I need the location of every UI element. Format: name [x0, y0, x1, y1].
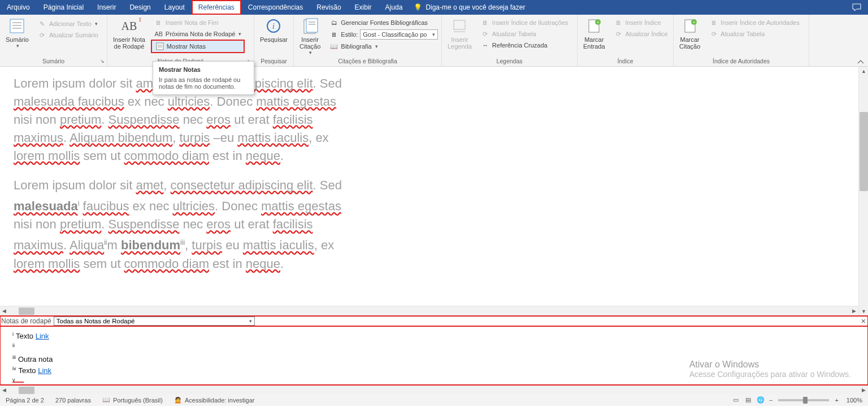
- scroll-right-arrow-icon[interactable]: ▶: [860, 386, 868, 395]
- citation-style-combo[interactable]: Gost - Classificação po ▾: [360, 29, 438, 40]
- cross-reference-icon: ↔: [481, 41, 490, 50]
- scroll-left-arrow-icon[interactable]: ◀: [0, 307, 8, 315]
- view-web-layout-button[interactable]: 🌐: [754, 395, 767, 405]
- update-toc-button[interactable]: ⟳ Atualizar Sumário: [34, 29, 102, 41]
- vertical-scroll-thumb[interactable]: [860, 112, 868, 191]
- update-figures-table-button[interactable]: ⟳ Atualizar Tabela: [478, 28, 572, 40]
- update-index-label: Atualizar Índice: [626, 31, 668, 37]
- document-body[interactable]: Lorem ipsum dolor sit amet, consectetur …: [0, 67, 362, 292]
- style-icon: 🗎: [329, 30, 338, 39]
- tab-layout[interactable]: Layout: [158, 0, 192, 15]
- zoom-level[interactable]: 100%: [841, 394, 868, 406]
- insert-authorities-index-button[interactable]: 🗎 Inserir Índice de Autoridades: [706, 17, 802, 28]
- insert-caption-button[interactable]: Inserir Legenda: [444, 17, 475, 50]
- bibliography-button[interactable]: 📖 Bibliografia ▾: [326, 41, 441, 52]
- footnotes-scroll-thumb[interactable]: [19, 387, 34, 394]
- status-accessibility[interactable]: 🙍 Acessibilidade: investigar: [168, 394, 261, 406]
- footnote-line-1: iTexto Link: [12, 330, 856, 341]
- scroll-up-arrow-icon[interactable]: ▲: [860, 67, 868, 75]
- svg-rect-4: [157, 43, 163, 50]
- tab-arquivo[interactable]: Arquivo: [0, 0, 37, 15]
- insert-citation-label: Inserir Citação: [300, 36, 320, 50]
- show-notes-button[interactable]: Mostrar Notas: [151, 40, 245, 53]
- footnote-ab-icon: AB1: [120, 17, 138, 35]
- footnote-line-4: ivTexto Link: [12, 364, 856, 375]
- scroll-down-arrow-icon[interactable]: ▼: [860, 307, 868, 315]
- insert-index-label: Inserir Índice: [626, 19, 661, 26]
- insert-endnote-button[interactable]: 🗎 Inserir Nota de Fim: [151, 17, 245, 28]
- collapse-ribbon-button[interactable]: [857, 59, 865, 65]
- refresh-icon: ⟳: [38, 31, 47, 40]
- manage-sources-icon: 🗂: [329, 18, 338, 27]
- footnotes-filter-combo[interactable]: Todas as Notas de Rodapé ▾: [54, 317, 255, 326]
- tab-referencias[interactable]: Referências: [192, 0, 241, 15]
- comments-icon[interactable]: [845, 3, 868, 11]
- mark-entry-button[interactable]: + Marcar Entrada: [580, 17, 609, 50]
- chevron-down-icon: ▾: [309, 50, 312, 55]
- tab-exibir[interactable]: Exibir: [348, 0, 379, 15]
- show-notes-tooltip: Mostrar Notas Ir para as notas de rodapé…: [153, 61, 254, 95]
- insert-index-button[interactable]: 🗎 Inserir Índice: [611, 17, 671, 28]
- tab-design[interactable]: Design: [123, 0, 157, 15]
- authorities-icon: 🗎: [709, 18, 718, 27]
- group-label-autoridades: Índice de Autoridades: [674, 57, 809, 66]
- refresh-icon: ⟳: [481, 29, 490, 38]
- dialog-launcher-icon[interactable]: ↘: [100, 57, 105, 65]
- svg-text:+: +: [692, 20, 695, 25]
- refresh-icon: ⟳: [614, 29, 623, 38]
- mark-citation-button[interactable]: + Marcar Citação: [676, 17, 704, 50]
- paragraph-2: Lorem ipsum dolor sit amet, consectetur …: [14, 176, 348, 273]
- cross-reference-button[interactable]: ↔ Referência Cruzada: [478, 40, 572, 51]
- zoom-in-button[interactable]: +: [832, 394, 840, 406]
- close-footnotes-pane-button[interactable]: ×: [861, 317, 866, 326]
- update-index-button[interactable]: ⟳ Atualizar Índice: [611, 28, 671, 40]
- table-of-contents-button[interactable]: Sumário ▾: [2, 17, 32, 49]
- footnotes-pane-header: Notas de rodapé Todas as Notas de Rodapé…: [0, 316, 868, 326]
- horizontal-scrollbar[interactable]: ◀ ▶: [0, 306, 858, 315]
- tab-revisao[interactable]: Revisão: [310, 0, 348, 15]
- status-language[interactable]: 📖 Português (Brasil): [97, 394, 168, 406]
- footnotes-horizontal-scrollbar[interactable]: ◀ ▶: [0, 385, 868, 395]
- style-label: Estilo:: [341, 31, 358, 38]
- zoom-slider-knob[interactable]: [803, 397, 808, 404]
- zoom-slider[interactable]: [778, 399, 829, 401]
- group-label-legendas: Legendas: [442, 57, 577, 66]
- view-read-mode-button[interactable]: ▭: [730, 395, 742, 405]
- footnote-link-4[interactable]: Link: [38, 366, 51, 375]
- tab-correspondencias[interactable]: Correspondências: [241, 0, 310, 15]
- tell-me-search[interactable]: 💡 Diga-me o que você deseja fazer: [414, 3, 525, 11]
- figures-index-icon: 🗎: [481, 18, 490, 27]
- add-text-button[interactable]: ✎ Adicionar Texto ▾: [34, 18, 102, 29]
- research-button[interactable]: i Pesquisar: [257, 17, 291, 43]
- toc-label: Sumário: [6, 36, 29, 43]
- insert-caption-label: Inserir Legenda: [448, 36, 472, 50]
- insert-figures-index-button[interactable]: 🗎 Inserir Índice de Ilustrações: [478, 17, 572, 28]
- status-word-count[interactable]: 270 palavras: [50, 394, 97, 406]
- endnote-icon: 🗎: [154, 18, 163, 27]
- zoom-out-button[interactable]: −: [767, 394, 775, 406]
- tooltip-title: Mostrar Notas: [159, 66, 248, 73]
- scroll-right-arrow-icon[interactable]: ▶: [850, 307, 858, 315]
- document-area: Lorem ipsum dolor sit amet, consectetur …: [0, 67, 868, 315]
- insert-endnote-label: Inserir Nota de Fim: [166, 19, 219, 26]
- footnote-line-2: ii: [12, 341, 856, 352]
- update-authorities-button[interactable]: ⟳ Atualizar Tabela: [706, 28, 802, 40]
- vertical-scrollbar[interactable]: ▲ ▼: [858, 67, 868, 315]
- show-notes-icon: [155, 42, 164, 51]
- tab-inserir[interactable]: Inserir: [90, 0, 123, 15]
- tab-ajuda[interactable]: Ajuda: [379, 0, 410, 15]
- next-footnote-button[interactable]: AB Próxima Nota de Rodapé ▾: [151, 28, 245, 40]
- manage-sources-button[interactable]: 🗂 Gerenciar Fontes Bibliográficas: [326, 17, 441, 28]
- insert-footnote-button[interactable]: AB1 Inserir Nota de Rodapé: [110, 17, 149, 50]
- chevron-down-icon: ▾: [238, 31, 241, 37]
- status-page[interactable]: Página 2 de 2: [0, 394, 50, 406]
- footnotes-pane-body[interactable]: iTexto Link ii iiiOutra nota ivTexto Lin…: [0, 326, 868, 385]
- group-label-sumario: Sumário ↘: [0, 57, 107, 66]
- insert-citation-button[interactable]: Inserir Citação ▾: [296, 17, 324, 55]
- insert-footnote-label: Inserir Nota de Rodapé: [113, 36, 145, 50]
- tab-pagina-inicial[interactable]: Página Inicial: [37, 0, 90, 15]
- view-print-layout-button[interactable]: ▤: [742, 395, 754, 405]
- scroll-left-arrow-icon[interactable]: ◀: [0, 386, 8, 395]
- footnote-link-1[interactable]: Link: [36, 332, 49, 340]
- horizontal-scroll-thumb[interactable]: [19, 308, 34, 315]
